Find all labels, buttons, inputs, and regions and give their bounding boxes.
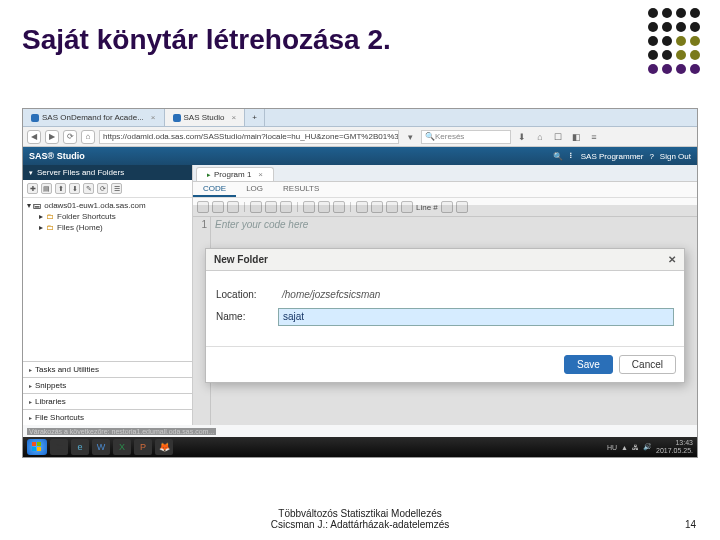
close-icon[interactable]: × [231, 113, 236, 122]
forward-button[interactable]: ▶ [45, 130, 59, 144]
download-icon[interactable]: ⬇ [515, 130, 529, 144]
sas-favicon [31, 114, 39, 122]
reader-icon[interactable]: ▾ [403, 130, 417, 144]
svg-rect-1 [37, 442, 41, 446]
powerpoint-icon[interactable]: P [134, 439, 152, 455]
network-icon[interactable]: 🖧 [632, 444, 639, 451]
url-bar[interactable]: https://odamid.oda.sas.com/SASStudio/mai… [99, 130, 399, 144]
tree-folder-shortcuts[interactable]: ▸ 🗀 Folder Shortcuts [27, 211, 188, 222]
back-button[interactable]: ◀ [27, 130, 41, 144]
lang-indicator[interactable]: HU [607, 444, 617, 451]
dialog-actions: Save Cancel [206, 346, 684, 382]
folder-icon: 🗀 [46, 212, 54, 221]
modal-backdrop: New Folder ✕ Location: /home/jozsefcsics… [193, 205, 697, 425]
slide-footer: Többváltozós Statisztikai Modellezés Csi… [0, 508, 720, 530]
sidebar-section-fileshortcuts[interactable]: File Shortcuts [23, 409, 192, 425]
system-tray[interactable]: HU ▲ 🖧 🔊 13:43 2017.05.25. [607, 439, 693, 455]
sidebar-section-tasks[interactable]: Tasks and Utilities [23, 361, 192, 377]
page-number: 14 [685, 519, 696, 530]
decorative-dot-grid [648, 8, 700, 74]
excel-icon[interactable]: X [113, 439, 131, 455]
programmer-label[interactable]: SAS Programmer [581, 152, 644, 161]
bookmark-icon[interactable]: ☐ [551, 130, 565, 144]
footer-line1: Többváltozós Statisztikai Modellezés [271, 508, 449, 519]
explorer-icon[interactable]: 🗀 [50, 439, 68, 455]
editor-tabs: Program 1 × [193, 165, 697, 182]
embedded-screenshot: SAS OnDemand for Acade... × SAS Studio ×… [22, 108, 698, 458]
sidebar-section-libraries[interactable]: Libraries [23, 393, 192, 409]
dialog-title: New Folder [214, 254, 268, 265]
sidebar-toolbar: ✚ ▤ ⬆ ⬇ ✎ ⟳ ☰ [23, 180, 192, 198]
svg-rect-2 [32, 447, 36, 451]
addon-icon[interactable]: ◧ [569, 130, 583, 144]
edit-icon[interactable]: ✎ [83, 183, 94, 194]
tree-root[interactable]: ▾ 🖴 odaws01-euw1.oda.sas.com [27, 200, 188, 211]
new-tab-button[interactable]: + [245, 109, 265, 126]
browser-tab-studio[interactable]: SAS Studio × [165, 109, 246, 126]
svg-rect-3 [37, 447, 41, 451]
editor-area: Program 1 × CODE LOG RESULTS [193, 165, 697, 425]
sas-brand: SAS® Studio [29, 151, 85, 161]
tab-label: SAS OnDemand for Acade... [42, 113, 144, 122]
tab-program1[interactable]: Program 1 × [196, 167, 274, 181]
start-button[interactable] [27, 439, 47, 455]
refresh-icon[interactable]: ⟳ [97, 183, 108, 194]
subtab-log[interactable]: LOG [236, 182, 273, 197]
save-button[interactable]: Save [564, 355, 613, 374]
sas-body: Server Files and Folders ✚ ▤ ⬆ ⬇ ✎ ⟳ ☰ ▾… [23, 165, 697, 425]
ie-icon[interactable]: e [71, 439, 89, 455]
props-icon[interactable]: ☰ [111, 183, 122, 194]
signout-link[interactable]: Sign Out [660, 152, 691, 161]
close-icon[interactable]: × [151, 113, 156, 122]
browser-status: Várakozás a következőre: nestoria1.eduma… [27, 428, 216, 435]
name-field[interactable] [278, 308, 674, 326]
location-label: Location: [216, 289, 278, 300]
footer-line2: Csicsman J.: Adattárházak-adatelemzés [271, 519, 449, 530]
editor-subtabs: CODE LOG RESULTS [193, 182, 697, 198]
browser-tab-ondemand[interactable]: SAS OnDemand for Acade... × [23, 109, 165, 126]
home-button[interactable]: ⌂ [81, 130, 95, 144]
sidebar-section-snippets[interactable]: Snippets [23, 377, 192, 393]
new-icon[interactable]: ✚ [27, 183, 38, 194]
open-icon[interactable]: ▤ [41, 183, 52, 194]
reload-button[interactable]: ⟳ [63, 130, 77, 144]
download-icon[interactable]: ⬇ [69, 183, 80, 194]
tab-label: SAS Studio [184, 113, 225, 122]
subtab-code[interactable]: CODE [193, 182, 236, 197]
browser-search[interactable]: 🔍 Keresés [421, 130, 511, 144]
tree-files-home[interactable]: ▸ 🗀 Files (Home) [27, 222, 188, 233]
menu-icon[interactable]: ≡ [587, 130, 601, 144]
sidebar: Server Files and Folders ✚ ▤ ⬆ ⬇ ✎ ⟳ ☰ ▾… [23, 165, 193, 425]
new-folder-dialog: New Folder ✕ Location: /home/jozsefcsics… [205, 248, 685, 383]
windows-logo-icon [32, 442, 42, 452]
windows-taskbar: 🗀 e W X P 🦊 HU ▲ 🖧 🔊 13:43 2017.05.25. [23, 437, 697, 457]
help-icon[interactable]: ? [649, 152, 653, 161]
volume-icon[interactable]: 🔊 [643, 443, 652, 451]
slide-title: Saját könytár létrehozása 2. [0, 0, 720, 56]
cancel-button[interactable]: Cancel [619, 355, 676, 374]
clock[interactable]: 13:43 2017.05.25. [656, 439, 693, 455]
sas-studio-header: SAS® Studio 🔍 ⠇ SAS Programmer ? Sign Ou… [23, 147, 697, 165]
subtab-results[interactable]: RESULTS [273, 182, 329, 197]
word-icon[interactable]: W [92, 439, 110, 455]
name-label: Name: [216, 311, 278, 322]
svg-rect-0 [32, 442, 36, 446]
file-tree: ▾ 🖴 odaws01-euw1.oda.sas.com ▸ 🗀 Folder … [23, 198, 192, 235]
dialog-titlebar: New Folder ✕ [206, 249, 684, 271]
browser-tabstrip: SAS OnDemand for Acade... × SAS Studio ×… [23, 109, 697, 127]
close-icon[interactable]: × [258, 170, 263, 179]
search-icon[interactable]: 🔍 [553, 152, 563, 161]
upload-icon[interactable]: ⬆ [55, 183, 66, 194]
close-icon[interactable]: ✕ [668, 254, 676, 265]
folder-icon: 🗀 [46, 223, 54, 232]
sas-favicon [173, 114, 181, 122]
firefox-icon[interactable]: 🦊 [155, 439, 173, 455]
more-icon[interactable]: ⠇ [569, 152, 575, 161]
location-value: /home/jozsefcsicsman [278, 287, 674, 302]
browser-toolbar: ◀ ▶ ⟳ ⌂ https://odamid.oda.sas.com/SASSt… [23, 127, 697, 147]
sidebar-section-files[interactable]: Server Files and Folders [23, 165, 192, 180]
home-icon[interactable]: ⌂ [533, 130, 547, 144]
